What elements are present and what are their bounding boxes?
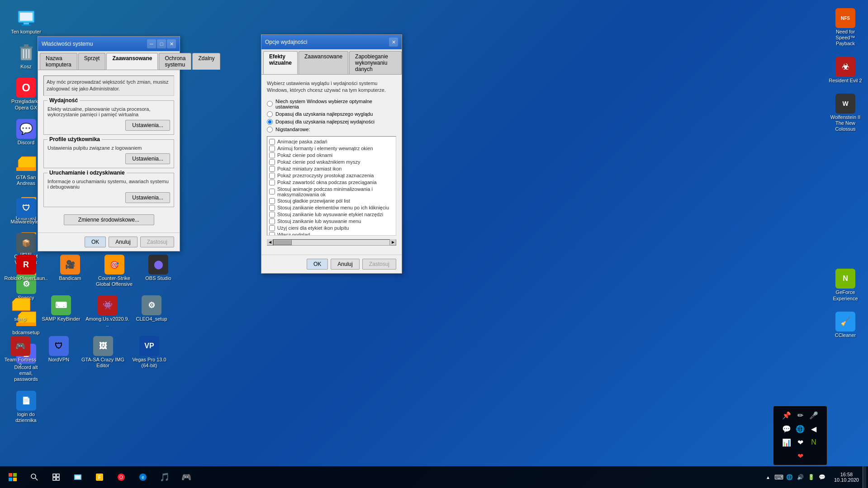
cb-3-input[interactable]: [269, 159, 275, 165]
perf-titlebar[interactable]: Opcje wydajności ✕: [261, 35, 402, 49]
scroll-right-btn[interactable]: ▶: [390, 239, 396, 246]
taskbar-show-desktop-btn[interactable]: [863, 466, 866, 488]
cb-7-input[interactable]: [269, 189, 275, 194]
cb-6-input[interactable]: [269, 180, 275, 185]
desktop-icon-samp[interactable]: samp: [2, 292, 38, 331]
radio-best-appearance: Dopasuj dla uzyskania najlepszego wygląd…: [267, 111, 396, 117]
sysprop-ok-btn[interactable]: OK: [85, 237, 106, 247]
desktop-icon-among-us[interactable]: 👾 Among.Us.v2020.9...: [84, 292, 131, 331]
desktop-icon-bandicam[interactable]: 🎥 Bandicam: [50, 251, 90, 290]
cb-5-input[interactable]: [269, 173, 275, 179]
tray-popup-icon-6[interactable]: ◀: [808, 423, 819, 434]
perf-close-btn[interactable]: ✕: [389, 38, 398, 47]
cb-2-input[interactable]: [269, 152, 275, 158]
radio-best-appearance-input[interactable]: [267, 111, 273, 117]
tab-sprzet[interactable]: Sprzęt: [78, 53, 106, 70]
desktop-icon-gta-img-editor[interactable]: 🖼 GTA-SA Crazy IMG Editor: [79, 332, 127, 371]
scrollbar-track[interactable]: [273, 239, 390, 246]
cb-item-11: Stosuj zanikanie lub wysuwanie menu: [269, 218, 394, 225]
desktop-icon-resident-evil[interactable]: ☣ Resident Evil 2: [825, 53, 866, 86]
tray-keyboard-icon[interactable]: ⌨: [774, 473, 783, 482]
desktop-icon-geforce[interactable]: N GeForce Experience: [825, 265, 866, 304]
tab-zaawansowane-perf[interactable]: Zaawansowane: [299, 51, 348, 74]
radio-windows-choose-input[interactable]: [267, 101, 273, 107]
perf-cancel-btn[interactable]: Anuluj: [331, 259, 359, 270]
tray-network-icon[interactable]: 🌐: [785, 473, 794, 482]
taskbar-app-5[interactable]: 🎵: [154, 466, 175, 488]
tab-ochrona[interactable]: Ochrona systemu: [159, 53, 191, 70]
sysprop-apply-btn[interactable]: Zastosuj: [140, 237, 174, 247]
tray-popup-icon-7[interactable]: 📊: [781, 437, 792, 448]
tab-name-komputera[interactable]: Nazwa komputera: [40, 53, 77, 70]
tray-battery-icon[interactable]: 🔋: [807, 473, 816, 482]
radio-custom-input[interactable]: [267, 127, 273, 133]
cb-1-input[interactable]: [269, 146, 275, 152]
tray-popup-icon-3[interactable]: 🎤: [808, 410, 819, 421]
scrollbar-thumb[interactable]: [274, 240, 292, 245]
svg-rect-24: [57, 478, 59, 480]
cb-12-input[interactable]: [269, 225, 275, 231]
zmienne-btn[interactable]: Zmienne środowiskowe...: [64, 214, 154, 225]
cb-item-3: Pokaż cienie pod wskaźnikiem myszy: [269, 159, 394, 166]
cb-8-input[interactable]: [269, 198, 275, 204]
tray-popup-icon-8[interactable]: ❤: [795, 437, 806, 448]
taskbar-clock[interactable]: 16:58 10.10.2020: [830, 466, 863, 488]
taskbar-app-2[interactable]: F: [89, 466, 110, 488]
desktop-icon-csgo[interactable]: 🎯 Counter-Strike Global Offensive: [90, 251, 138, 290]
tray-notification-icon[interactable]: 💬: [818, 473, 827, 482]
perf-ok-btn[interactable]: OK: [307, 259, 328, 270]
desktop-icon-team-fortress[interactable]: 🎮 Team Fortress 2: [2, 332, 38, 371]
tray-popup-icon-10[interactable]: ❤: [795, 450, 806, 461]
cb-13-input[interactable]: [269, 232, 275, 236]
tray-popup-icon-2[interactable]: ✏: [795, 410, 806, 421]
tray-popup-icon-5[interactable]: 🌐: [795, 423, 806, 434]
tray-popup-icon-4[interactable]: 💬: [781, 423, 792, 434]
uruchamianie-settings-btn[interactable]: Ustawienia...: [125, 192, 170, 203]
cb-0-input[interactable]: [269, 139, 275, 145]
taskbar-app-edge[interactable]: e: [132, 466, 154, 488]
radio-best-performance-input[interactable]: [267, 119, 273, 125]
tray-popup-icon-1[interactable]: 📌: [781, 410, 792, 421]
desktop-icon-wolfenstein[interactable]: W Wolfenstein II The New Colossus: [825, 90, 866, 135]
taskbar-app-1[interactable]: [67, 466, 89, 488]
scroll-left-btn[interactable]: ◀: [267, 239, 273, 246]
desktop-icon-login-dziennik[interactable]: 📄 login do dziennika: [6, 387, 47, 426]
taskbar-time: 16:58: [840, 472, 853, 477]
desktop-icon-nordvpn[interactable]: 🛡 NordVPN: [38, 332, 79, 371]
desktop-icon-ccleaner[interactable]: 🧹 CCleaner: [825, 308, 866, 341]
desktop-icon-cleo4[interactable]: ⚙ CLEO4_setup: [131, 292, 172, 331]
cb-11-input[interactable]: [269, 218, 275, 224]
perf-apply-btn[interactable]: Zastosuj: [362, 259, 396, 270]
desktop-icon-roblox[interactable]: R RobloxPlayerLaun...: [2, 251, 50, 290]
tab-zapobieganie[interactable]: Zapobieganie wykonywaniu danych: [349, 51, 402, 74]
profile-settings-btn[interactable]: Ustawienia...: [125, 153, 170, 164]
tray-volume-icon[interactable]: 🔊: [796, 473, 805, 482]
taskbar-app-3[interactable]: O: [110, 466, 132, 488]
wydajnosc-settings-btn[interactable]: Ustawienia...: [125, 120, 170, 131]
tray-show-hidden-icon[interactable]: ▲: [764, 473, 773, 482]
desktop-icon-ten-komputer[interactable]: Ten komputer: [6, 5, 47, 38]
sysprop-close-btn[interactable]: ✕: [167, 39, 176, 48]
desktop-icon-nfs[interactable]: NFS Need for Speed™ Payback: [825, 5, 866, 50]
tab-zdalny[interactable]: Zdalny: [192, 53, 220, 70]
sysprop-tabbar: Nazwa komputera Sprzęt Zaawansowane Ochr…: [38, 51, 180, 70]
sysprop-maximize-btn[interactable]: □: [157, 39, 166, 48]
tab-efekty-wizualne[interactable]: Efekty wizualne: [263, 51, 298, 74]
desktop-icon-vegas-pro[interactable]: VP Vegas Pro 13.0 (64-bit): [127, 332, 172, 371]
cb-4-input[interactable]: [269, 166, 275, 172]
radio-custom-label: Nigstandarowe:: [275, 127, 310, 132]
tab-zaawansowane[interactable]: Zaawansowane: [106, 53, 158, 70]
tray-popup-icon-9[interactable]: N: [808, 437, 819, 448]
cb-10-input[interactable]: [269, 212, 275, 218]
taskbar-app-6[interactable]: 🎮: [175, 466, 197, 488]
sysprop-minimize-btn[interactable]: ─: [147, 39, 156, 48]
cb-item-13: Włącz podgląd: [269, 232, 394, 236]
taskbar-start-btn[interactable]: [2, 466, 24, 488]
desktop-icon-obs[interactable]: ⬤ OBS Studio: [138, 251, 179, 290]
desktop-icon-samp-keybinder[interactable]: ⌨ SAMP KeyBinder: [38, 292, 84, 331]
cb-9-input[interactable]: [269, 205, 275, 211]
sysprop-titlebar[interactable]: Właściwości systemu ─ □ ✕: [38, 37, 180, 51]
taskbar-search-btn[interactable]: [24, 466, 45, 488]
sysprop-cancel-btn[interactable]: Anuluj: [109, 237, 137, 247]
taskbar-task-view-btn[interactable]: [45, 466, 67, 488]
